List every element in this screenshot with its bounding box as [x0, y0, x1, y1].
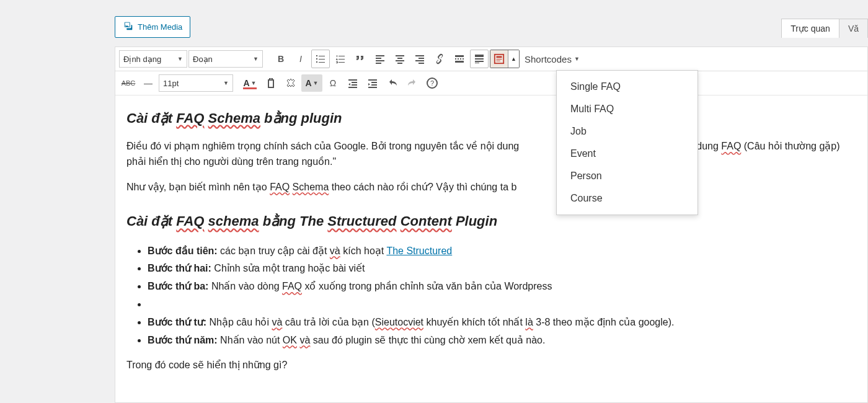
fontsize-select[interactable]: 11pt ▼	[159, 74, 233, 92]
list-item-empty	[148, 297, 856, 312]
format-select-label: Định dạng	[123, 55, 161, 64]
structured-link[interactable]: The Structured	[386, 246, 452, 256]
format-select[interactable]: Định dạng ▼	[119, 50, 187, 68]
svg-text:?: ?	[430, 79, 434, 87]
paragraph-select-label: Đoạn	[193, 55, 213, 64]
chevron-up-icon: ▲	[508, 50, 519, 68]
dropdown-item-single-faq[interactable]: Single FAQ	[557, 76, 698, 98]
add-media-button[interactable]: Thêm Media	[115, 16, 190, 38]
align-left-button[interactable]	[371, 50, 389, 68]
dropdown-item-multi-faq[interactable]: Multi FAQ	[557, 98, 698, 120]
editor-container: Định dạng ▼ Đoạn ▼ B I	[115, 46, 868, 403]
link-button[interactable]	[430, 50, 449, 68]
indent-button[interactable]	[363, 74, 382, 92]
numbered-list-button[interactable]	[331, 50, 350, 68]
editor-content[interactable]: Cài đặt FAQ Schema bằng plugin Điều đó v…	[115, 95, 867, 392]
tab-text[interactable]: Vă	[839, 19, 868, 38]
horizontal-rule-button[interactable]: —	[139, 74, 157, 92]
list-item: Bước thứ ba: Nhấn vào dòng FAQ xổ xuống …	[148, 279, 856, 294]
media-icon	[123, 20, 134, 33]
list-item: Bước đầu tiên: các bạn truy cập cài đặt …	[148, 244, 856, 259]
outdent-button[interactable]	[343, 74, 362, 92]
heading-structured-content-plugin: Cài đặt FAQ schema bằng The Structured C…	[126, 211, 856, 232]
svg-rect-1	[497, 56, 502, 58]
dropdown-item-course[interactable]: Course	[557, 187, 698, 210]
chevron-down-icon: ▼	[223, 80, 229, 86]
chevron-down-icon: ▼	[253, 56, 259, 62]
tab-visual[interactable]: Trực quan	[781, 19, 839, 38]
bold-button[interactable]: B	[272, 50, 290, 68]
italic-button[interactable]: I	[291, 50, 310, 68]
steps-list: Bước đầu tiên: các bạn truy cập cài đặt …	[148, 244, 856, 348]
dropdown-item-event[interactable]: Event	[557, 143, 698, 165]
shortcodes-label: Shortcodes	[525, 54, 572, 64]
special-character-button[interactable]: Ω	[324, 74, 342, 92]
toolbar-row-1: Định dạng ▼ Đoạn ▼ B I	[115, 47, 867, 71]
paragraph-policy: Điều đó vi phạm nghiêm trọng chính sách …	[126, 139, 856, 170]
paragraph-lead: Như vậy, bạn biết mình nên tạo FAQ Schem…	[126, 180, 856, 195]
list-item: Bước thứ tư: Nhập câu hỏi và câu trả lời…	[148, 315, 856, 330]
bg-color-icon: A	[305, 78, 311, 88]
text-color-icon: A	[243, 78, 249, 88]
paste-text-button[interactable]	[262, 74, 280, 92]
svg-rect-2	[497, 59, 502, 60]
shortcodes-menu[interactable]: Shortcodes ▼	[521, 50, 583, 68]
structured-content-button[interactable]: ▲	[490, 50, 520, 68]
toolbar-toggle-button[interactable]	[470, 50, 489, 68]
redo-button[interactable]	[403, 74, 422, 92]
dropdown-item-job[interactable]: Job	[557, 120, 698, 143]
chevron-down-icon: ▼	[313, 80, 319, 86]
undo-button[interactable]	[383, 74, 402, 92]
structured-content-icon	[490, 50, 508, 68]
text-color-button[interactable]: A ▼	[239, 74, 260, 92]
clear-formatting-button[interactable]	[281, 74, 300, 92]
list-item: Bước thứ năm: Nhấn vào nút OK và sau đó …	[148, 333, 856, 348]
toolbar-row-2: ABC — 11pt ▼ A ▼ A ▼ Ω	[115, 71, 867, 95]
help-button[interactable]: ?	[423, 74, 441, 92]
align-right-button[interactable]	[410, 50, 429, 68]
dropdown-item-person[interactable]: Person	[557, 165, 698, 187]
structured-content-dropdown: Single FAQ Multi FAQ Job Event Person Co…	[556, 70, 698, 215]
paragraph-code-question: Trong đó code sẽ hiển thị những gì?	[126, 358, 856, 373]
editor-mode-tabs: Trực quan Vă	[782, 19, 868, 38]
blockquote-button[interactable]	[351, 50, 370, 68]
background-color-button[interactable]: A ▼	[301, 74, 322, 92]
add-media-label: Thêm Media	[138, 22, 182, 32]
bullet-list-button[interactable]	[311, 50, 330, 68]
strikethrough-button[interactable]: ABC	[119, 74, 138, 92]
chevron-down-icon: ▼	[574, 56, 580, 62]
chevron-down-icon: ▼	[251, 80, 257, 86]
read-more-button[interactable]	[450, 50, 469, 68]
align-center-button[interactable]	[391, 50, 409, 68]
heading-faq-schema-plugin: Cài đặt FAQ Schema bằng plugin	[126, 108, 856, 129]
svg-rect-3	[497, 61, 500, 61]
list-item: Bước thứ hai: Chỉnh sửa một trang hoặc b…	[148, 261, 856, 277]
fontsize-label: 11pt	[163, 79, 179, 88]
paragraph-select[interactable]: Đoạn ▼	[188, 50, 263, 68]
chevron-down-icon: ▼	[177, 56, 183, 62]
